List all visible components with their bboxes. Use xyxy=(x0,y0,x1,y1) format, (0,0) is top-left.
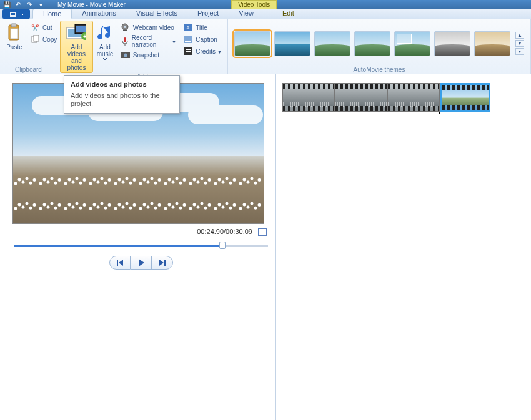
ribbon-group-automovie: ▲ ▼ ▾ AutoMovie themes xyxy=(228,19,531,74)
webcam-label: Webcam video xyxy=(133,24,174,31)
copy-button[interactable]: Copy xyxy=(27,34,59,45)
timecode: 00:24.90/00:30.09 xyxy=(197,228,252,235)
themes-scroll-up[interactable]: ▲ xyxy=(515,32,524,39)
add-music-button[interactable]: Add music xyxy=(93,21,117,63)
tab-edit[interactable]: Edit xyxy=(272,9,304,19)
next-frame-button[interactable] xyxy=(152,256,173,270)
add-videos-photos-button[interactable]: + Add videos and photos xyxy=(60,21,93,73)
svg-rect-2 xyxy=(11,14,15,15)
svg-rect-22 xyxy=(184,36,192,43)
preview-content xyxy=(13,161,264,217)
seek-thumb[interactable] xyxy=(219,242,226,249)
title-button[interactable]: A Title xyxy=(181,22,224,33)
tooltip-title: Add videos and photos xyxy=(71,81,173,88)
ribbon-tabstrip: Home Animations Visual Effects Project V… xyxy=(0,9,531,19)
svg-text:A: A xyxy=(187,25,191,31)
tooltip-add-videos: Add videos and photos Add videos and pho… xyxy=(64,75,180,114)
title-bar: 💾 ↶ ↷ ▾ My Movie - Movie Maker Video Too… xyxy=(0,0,531,9)
cut-button[interactable]: ✂️ Cut xyxy=(27,22,59,33)
add-videos-photos-icon: + xyxy=(66,22,86,42)
microphone-icon xyxy=(121,36,129,46)
theme-thumbnail-3[interactable] xyxy=(314,31,350,56)
themes-scroll-down[interactable]: ▼ xyxy=(515,40,524,47)
music-icon xyxy=(95,22,115,42)
theme-thumbnail-2[interactable] xyxy=(274,31,310,56)
copy-icon xyxy=(30,34,40,44)
timeline-clip-1[interactable] xyxy=(282,83,335,112)
file-menu-icon xyxy=(9,11,18,17)
tooltip-body: Add videos and photos to the project. xyxy=(71,92,173,108)
caption-label: Caption xyxy=(196,36,217,43)
webcam-icon xyxy=(121,22,131,32)
timeline-photo-1[interactable] xyxy=(440,83,490,112)
svg-rect-11 xyxy=(76,26,86,32)
svg-rect-23 xyxy=(185,41,191,42)
credits-label: Credits xyxy=(196,48,216,55)
fullscreen-button[interactable] xyxy=(258,228,267,236)
add-music-label: Add music xyxy=(97,44,113,57)
theme-thumbnail-4[interactable] xyxy=(354,31,390,56)
snapshot-label: Snapshot xyxy=(133,52,159,59)
window-title: My Movie - Movie Maker xyxy=(57,1,126,8)
timeline-clip-3[interactable] xyxy=(387,83,440,112)
qat-dropdown-icon[interactable]: ▾ xyxy=(36,1,45,8)
themes-expand[interactable]: ▾ xyxy=(515,48,524,55)
tab-visual-effects[interactable]: Visual Effects xyxy=(126,9,187,19)
cut-label: Cut xyxy=(42,24,52,31)
timeline-pane[interactable] xyxy=(276,74,531,420)
svg-rect-16 xyxy=(123,30,127,31)
play-button[interactable] xyxy=(131,256,152,270)
theme-thumbnail-5[interactable] xyxy=(394,31,430,56)
seek-bar[interactable] xyxy=(14,243,268,248)
paste-button[interactable]: Paste xyxy=(2,21,26,52)
tab-project[interactable]: Project xyxy=(187,9,229,19)
chevron-down-icon xyxy=(102,57,107,61)
quick-access-toolbar: 💾 ↶ ↷ ▾ xyxy=(2,1,45,8)
svg-rect-4 xyxy=(11,24,16,27)
record-narration-button[interactable]: Record narration ▾ xyxy=(118,34,178,49)
tab-animations[interactable]: Animations xyxy=(72,9,126,19)
clipboard-group-label: Clipboard xyxy=(2,66,54,74)
record-label: Record narration xyxy=(132,34,170,48)
snapshot-icon xyxy=(121,50,131,60)
theme-thumbnail-7[interactable] xyxy=(474,31,510,56)
title-icon: A xyxy=(183,22,193,32)
timeline-clip-2[interactable] xyxy=(335,83,387,112)
chevron-down-icon: ▾ xyxy=(218,48,221,55)
tab-home[interactable]: Home xyxy=(32,9,72,19)
webcam-video-button[interactable]: Webcam video xyxy=(118,22,178,33)
title-label: Title xyxy=(196,24,207,31)
chevron-down-icon xyxy=(20,12,25,17)
snapshot-button[interactable]: Snapshot xyxy=(118,49,178,61)
paste-icon xyxy=(4,22,24,42)
timecode-row: 00:24.90/00:30.09 xyxy=(12,228,267,236)
add-videos-label: Add videos and photos xyxy=(63,44,90,71)
ribbon: Paste ✂️ Cut Copy Clipboard xyxy=(0,19,531,74)
timeline-strip xyxy=(282,83,525,114)
tab-view[interactable]: View xyxy=(229,9,264,19)
context-tab-label: Video Tools xyxy=(231,0,277,9)
cut-icon: ✂️ xyxy=(30,22,40,32)
paste-label: Paste xyxy=(6,44,22,51)
chevron-down-icon: ▾ xyxy=(172,38,176,45)
credits-button[interactable]: Credits ▾ xyxy=(181,46,224,57)
svg-rect-5 xyxy=(11,29,18,39)
caption-icon xyxy=(183,34,193,44)
theme-thumbnail-1[interactable] xyxy=(234,31,270,56)
caption-button[interactable]: Caption xyxy=(181,34,224,45)
save-icon[interactable]: 💾 xyxy=(2,1,11,8)
automovie-group-label: AutoMovie themes xyxy=(231,66,528,74)
redo-icon[interactable]: ↷ xyxy=(25,1,34,8)
prev-frame-button[interactable] xyxy=(109,256,131,270)
ribbon-group-add: + Add videos and photos Add music Webcam… xyxy=(57,19,228,74)
theme-thumbnail-6[interactable] xyxy=(434,31,470,56)
preview-pane: 00:24.90/00:30.09 xyxy=(0,74,276,420)
svg-rect-17 xyxy=(124,37,126,42)
ribbon-group-clipboard: Paste ✂️ Cut Copy Clipboard xyxy=(0,19,57,74)
svg-point-15 xyxy=(124,26,126,28)
playback-controls xyxy=(12,256,269,270)
svg-rect-25 xyxy=(186,49,191,50)
seek-fill xyxy=(14,245,222,247)
undo-icon[interactable]: ↶ xyxy=(14,1,22,8)
file-menu-button[interactable] xyxy=(2,9,30,19)
